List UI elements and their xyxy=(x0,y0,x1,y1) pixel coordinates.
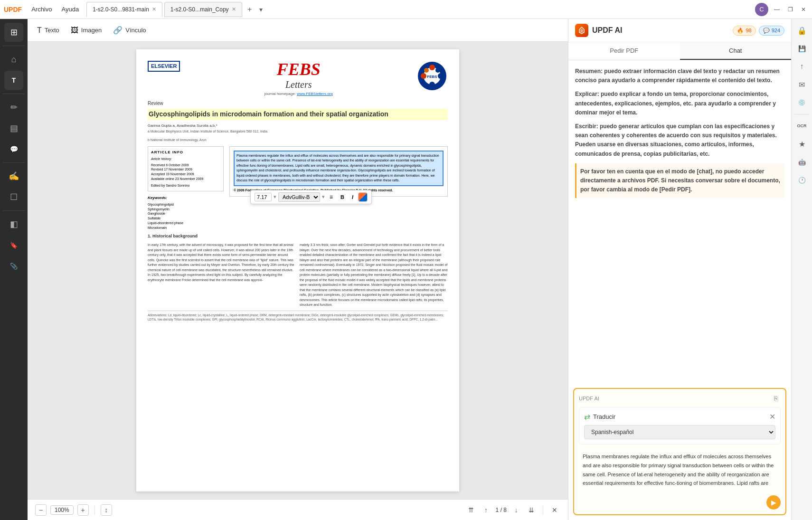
menu-bar: Archivo Ayuda xyxy=(28,4,83,15)
comment-icon[interactable]: 💬 xyxy=(4,140,23,159)
febs-center: FEBS Letters journal homepage: www.FEBSl… xyxy=(189,61,407,96)
badge-orange[interactable]: 🔥 98 xyxy=(733,26,755,36)
revised-date: Revised 17 November 2009 xyxy=(151,167,220,172)
zoom-out-button[interactable]: − xyxy=(35,504,47,516)
translate-box: ⇄ Traducir ✕ Spanish-español English Fre… xyxy=(579,407,781,444)
fit-height-button[interactable]: ↕ xyxy=(101,504,112,516)
ai-content[interactable]: Resumen: puedo extraer información clave… xyxy=(568,60,791,383)
tab-pedir-pdf[interactable]: Pedir PDF xyxy=(568,42,680,60)
star-icon[interactable]: ★ xyxy=(794,136,810,151)
translate-close-button[interactable]: ✕ xyxy=(769,412,775,421)
ocr-icon[interactable]: OCR xyxy=(794,118,810,133)
font-size-input[interactable] xyxy=(255,193,272,201)
menu-archivo[interactable]: Archivo xyxy=(28,4,56,15)
text-format-toolbar: ▾ AdvGulliv-B ▾ ≡ B I xyxy=(250,190,372,204)
next-page-button[interactable]: ↓ xyxy=(510,504,522,516)
left-sidebar: ⊞ ⌂ T ✏ ▤ 💬 ✍ ☐ ◧ 🔖 📎 xyxy=(0,19,28,520)
article-info-title: ARTICLE INFO xyxy=(151,150,220,155)
maximize-button[interactable]: ❐ xyxy=(785,5,795,14)
language-select[interactable]: Spanish-español English French German Ch… xyxy=(584,425,775,439)
app-logo: UPDF xyxy=(4,6,22,13)
abstract-box: Plasma membranes regulate the influx and… xyxy=(229,146,448,197)
minimize-button[interactable]: — xyxy=(772,5,782,14)
font-size-dropdown-icon[interactable]: ▾ xyxy=(274,193,276,200)
keyword-5: Liquid-disordered phase xyxy=(148,221,224,226)
abstract-text: Plasma membranes regulate the influx and… xyxy=(234,151,444,186)
layers-icon[interactable]: ◧ xyxy=(4,215,23,234)
home-icon[interactable]: ⌂ xyxy=(4,50,23,69)
tab-overflow-button[interactable]: ▾ xyxy=(257,4,264,15)
febs-title: FEBS xyxy=(189,61,407,78)
svg-point-3 xyxy=(429,82,435,87)
tab-main-close[interactable]: ✕ xyxy=(152,6,156,12)
save-cloud-icon[interactable]: 💾 xyxy=(794,41,810,56)
lock-icon[interactable]: 🔒 xyxy=(794,23,810,38)
menu-ayuda[interactable]: Ayuda xyxy=(57,4,83,15)
toolbar-imagen[interactable]: 🖼 Imagen xyxy=(67,24,105,37)
pdf-toolbar: T Texto 🖼 Imagen 🔗 Vínculo xyxy=(28,19,568,42)
font-family-dropdown-icon[interactable]: ▾ xyxy=(322,193,325,200)
copy-icon[interactable]: ⎘ xyxy=(771,394,781,403)
tab-chat[interactable]: Chat xyxy=(680,42,792,60)
font-family-select[interactable]: AdvGulliv-B xyxy=(278,192,320,202)
tab-main-label: 1-s2.0-S0...9831-main xyxy=(93,6,149,13)
last-page-button[interactable]: ⇊ xyxy=(526,504,537,516)
toolbar-texto[interactable]: T Texto xyxy=(33,24,63,37)
attach-icon[interactable]: 📎 xyxy=(4,256,23,275)
toolbar-group-main: T Texto 🖼 Imagen 🔗 Vínculo xyxy=(33,24,150,37)
pdf-content[interactable]: ELSEVIER FEBS Letters journal homepage: … xyxy=(28,42,568,499)
keyword-3: Ganglioside xyxy=(148,211,224,216)
close-button[interactable]: ✕ xyxy=(799,5,808,14)
ai-input-header: UPDF AI ⎘ xyxy=(579,394,781,403)
keyword-1: Glycosphingolipid xyxy=(148,202,224,207)
translate-title-text: Traducir xyxy=(593,413,615,420)
badge-blue-icon: 💬 xyxy=(763,28,770,34)
signature-icon[interactable]: ✍ xyxy=(4,167,23,186)
page-controls: ⇈ ↑ 1 / 8 ↓ ⇊ ✕ xyxy=(465,504,560,516)
pages-icon[interactable]: ▤ xyxy=(4,119,23,138)
keywords-title: Keywords: xyxy=(148,195,224,200)
zoom-value[interactable]: 100% xyxy=(50,505,74,515)
bookmark-icon[interactable]: 🔖 xyxy=(4,236,23,255)
annotate-icon[interactable]: ✏ xyxy=(4,98,23,117)
italic-button[interactable]: I xyxy=(349,193,356,201)
mail-icon[interactable]: ✉ xyxy=(794,77,810,92)
svg-point-5 xyxy=(438,73,444,79)
ai-message-2-text: Escribir: puedo generar artículos que cu… xyxy=(575,123,777,157)
ai-title-text: UPDF AI xyxy=(592,26,622,35)
prev-page-button[interactable]: ↑ xyxy=(481,504,492,516)
disk-save-icon[interactable]: 💿 xyxy=(794,95,810,110)
tab-copy[interactable]: 1-s2.0-S0...main_Copy ✕ xyxy=(164,2,242,17)
close-toolbar-button[interactable]: ✕ xyxy=(549,504,560,516)
translate-header: ⇄ Traducir ✕ xyxy=(584,412,775,421)
align-left-button[interactable]: ≡ xyxy=(327,193,336,201)
badge-blue[interactable]: 💬 924 xyxy=(759,26,784,36)
bold-button[interactable]: B xyxy=(338,193,347,201)
form-icon[interactable]: ☐ xyxy=(4,188,23,207)
tab-copy-close[interactable]: ✕ xyxy=(232,6,236,12)
febs-circle-logo: FEBS xyxy=(417,61,448,94)
ai-send-button[interactable]: ▶ xyxy=(766,495,781,510)
zoom-in-button[interactable]: + xyxy=(77,504,89,516)
body-col-right: mately 3.3 nm thick; soon after, Gorter … xyxy=(300,243,448,308)
share-icon[interactable]: ↑ xyxy=(794,59,810,74)
translate-icon: ⇄ xyxy=(584,412,590,421)
review-tag: Review xyxy=(148,100,448,107)
svg-point-6 xyxy=(424,68,429,73)
sidebar-divider-4 xyxy=(3,210,25,211)
accepted-date: Accepted 19 November 2009 xyxy=(151,172,220,177)
toolbar-vinculo[interactable]: 🔗 Vínculo xyxy=(109,24,150,37)
avatar[interactable]: C xyxy=(755,3,768,16)
edit-text-icon[interactable]: T xyxy=(4,71,23,90)
badge-orange-count: 98 xyxy=(746,28,751,33)
history-icon[interactable]: 🕐 xyxy=(794,172,810,188)
tab-add-button[interactable]: + xyxy=(244,4,255,15)
section1-title: 1. Historical background xyxy=(148,233,448,239)
color-picker-button[interactable] xyxy=(358,192,368,202)
pdf-area: T Texto 🖼 Imagen 🔗 Vínculo xyxy=(28,19,568,520)
thumbnails-icon[interactable]: ⊞ xyxy=(4,23,23,42)
ai-message-1: Explicar: puedo explicar a fondo un tema… xyxy=(575,90,784,117)
first-page-button[interactable]: ⇈ xyxy=(465,504,477,516)
tab-main[interactable]: 1-s2.0-S0...9831-main ✕ xyxy=(86,2,162,17)
chat-bot-icon[interactable]: 🤖 xyxy=(794,154,810,170)
